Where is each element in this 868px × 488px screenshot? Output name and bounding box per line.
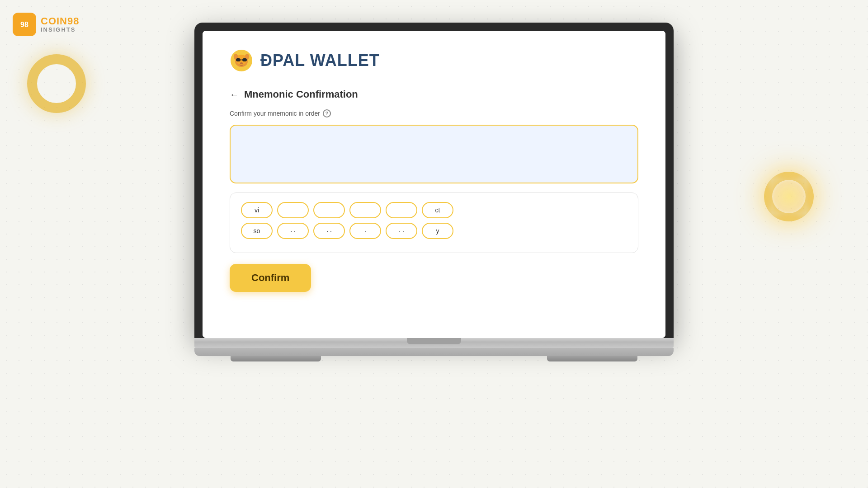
- page-header: ← Mnemonic Confirmation: [230, 89, 638, 100]
- word-chip-1-6[interactable]: ct: [422, 202, 453, 218]
- help-icon[interactable]: ?: [323, 109, 331, 117]
- svg-text:98: 98: [20, 21, 28, 28]
- svg-rect-8: [242, 58, 247, 61]
- back-arrow-button[interactable]: ←: [230, 89, 239, 100]
- insights-label: INSIGHTS: [41, 27, 79, 33]
- dpal-mascot-icon: [230, 49, 253, 72]
- laptop-feet: [194, 356, 674, 361]
- coin98-label: COIN98: [41, 16, 79, 27]
- svg-point-10: [240, 62, 243, 64]
- svg-rect-7: [236, 58, 241, 61]
- word-chip-1-2[interactable]: [277, 202, 309, 218]
- laptop-bezel: ĐPAL WALLET ← Mnemonic Confirmation Conf…: [194, 23, 674, 338]
- screen-content: ĐPAL WALLET ← Mnemonic Confirmation Conf…: [203, 31, 665, 338]
- decorative-circle-right: [764, 172, 814, 221]
- word-chip-1-3[interactable]: [313, 202, 345, 218]
- word-chip-1-5[interactable]: [386, 202, 417, 218]
- app-header: ĐPAL WALLET: [230, 49, 638, 72]
- word-chip-2-6[interactable]: y: [422, 223, 453, 239]
- laptop-stand: [194, 348, 674, 356]
- coin98-logo-area: 98 COIN98 INSIGHTS: [13, 13, 79, 36]
- coin98-svg-icon: 98: [17, 17, 32, 32]
- word-chips-container: vi ct so · · · · · · ·: [230, 192, 638, 253]
- laptop-screen: ĐPAL WALLET ← Mnemonic Confirmation Conf…: [203, 31, 665, 338]
- laptop-foot-right: [547, 356, 637, 361]
- laptop-foot-left: [231, 356, 321, 361]
- laptop-base: [194, 338, 674, 348]
- confirm-button[interactable]: Confirm: [230, 264, 311, 292]
- word-chips-row-2: so · · · · · · · y: [241, 223, 627, 239]
- word-chip-2-5[interactable]: · ·: [386, 223, 417, 239]
- laptop-container: ĐPAL WALLET ← Mnemonic Confirmation Conf…: [194, 23, 674, 361]
- word-chip-1-1[interactable]: vi: [241, 202, 273, 218]
- word-chips-row-1: vi ct: [241, 202, 627, 218]
- app-title: ĐPAL WALLET: [260, 51, 380, 70]
- subtitle-text: Confirm your mnemonic in order: [230, 110, 320, 117]
- word-chip-2-2[interactable]: · ·: [277, 223, 309, 239]
- word-chip-2-1[interactable]: so: [241, 223, 273, 239]
- mnemonic-display-area[interactable]: [230, 125, 638, 183]
- word-chip-2-4[interactable]: ·: [349, 223, 381, 239]
- word-chip-1-4[interactable]: [349, 202, 381, 218]
- coin98-logo-icon: 98: [13, 13, 36, 36]
- coin98-logo-text: COIN98 INSIGHTS: [41, 16, 79, 33]
- decorative-circle-left: [27, 54, 86, 113]
- page-title: Mnemonic Confirmation: [244, 89, 358, 100]
- word-chip-2-3[interactable]: · ·: [313, 223, 345, 239]
- subtitle-area: Confirm your mnemonic in order ?: [230, 109, 638, 117]
